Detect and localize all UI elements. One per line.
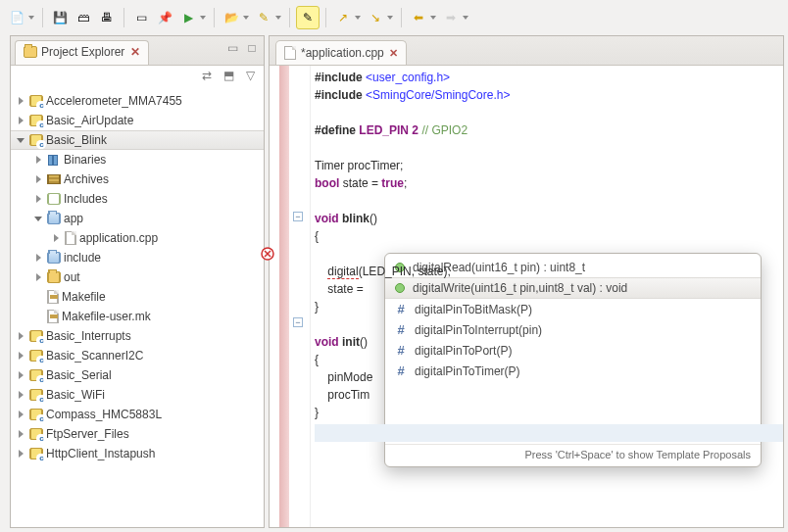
code-line[interactable]: state = — [315, 280, 783, 298]
code-line[interactable]: pinMode — [315, 368, 783, 386]
project-explorer-panel: Project Explorer ✕ ▭ □ ⇄ ⬒ ▽ Acceleromet… — [10, 35, 265, 528]
code-line[interactable]: Timer procTimer; — [315, 157, 783, 174]
separator — [214, 8, 215, 27]
minimize-icon[interactable]: ▭ — [224, 40, 240, 56]
tree-item-app[interactable]: app — [11, 209, 264, 228]
chevron-right-icon[interactable] — [32, 271, 44, 283]
file-icon — [65, 231, 76, 245]
code-line[interactable]: #include <SmingCore/SmingCore.h> — [315, 86, 783, 104]
chevron-down-icon[interactable] — [32, 213, 44, 224]
chevron-right-icon[interactable] — [15, 115, 26, 126]
maximize-icon[interactable]: □ — [244, 40, 260, 56]
next-annotation-button[interactable]: ↘ — [365, 6, 395, 29]
tree-item-accelerometer-mma7455[interactable]: Accelerometer_MMA7455 — [11, 91, 264, 111]
close-icon[interactable]: ✕ — [389, 47, 398, 60]
new-button[interactable]: 📄 — [6, 6, 36, 29]
build-button[interactable]: ▭ — [130, 6, 152, 29]
code-line[interactable]: bool state = true; — [315, 174, 783, 192]
chevron-right-icon[interactable] — [15, 409, 26, 420]
chevron-right-icon[interactable] — [32, 173, 44, 185]
chevron-right-icon[interactable] — [15, 95, 26, 107]
tree-item-basic-interrupts[interactable]: Basic_Interrupts — [11, 326, 264, 346]
inc-icon — [47, 193, 61, 205]
back-button[interactable]: ⬅ — [408, 6, 438, 29]
chevron-right-icon[interactable] — [50, 232, 62, 244]
chevron-right-icon[interactable] — [15, 389, 26, 401]
code-line[interactable]: { — [315, 351, 783, 368]
code-line[interactable] — [315, 139, 783, 157]
fold-toggle-icon[interactable]: − — [291, 212, 305, 225]
code-line[interactable]: #define LED_PIN 2 // GPIO2 — [315, 121, 783, 139]
code-line[interactable]: digital(LED_PIN, state); — [315, 263, 783, 280]
close-icon[interactable]: ✕ — [130, 45, 140, 59]
tree-item-basic-wifi[interactable]: Basic_WiFi — [11, 385, 264, 405]
code-line[interactable] — [315, 104, 783, 121]
tree-item-label: Makefile-user.mk — [62, 310, 151, 323]
bin-icon — [47, 154, 61, 166]
code-line[interactable]: } — [315, 298, 783, 315]
tree-item-makefile[interactable]: Makefile — [11, 287, 264, 307]
chevron-down-icon[interactable] — [15, 134, 26, 146]
tree-item-include[interactable]: include — [11, 248, 264, 267]
print-button[interactable]: 🖶 — [96, 6, 118, 29]
save-button[interactable]: 💾 — [49, 6, 71, 29]
project-tree[interactable]: ⇄ ⬒ ▽ Accelerometer_MMA7455Basic_AirUpda… — [11, 66, 264, 527]
editor-tab-application[interactable]: *application.cpp ✕ — [275, 40, 407, 65]
collapse-all-icon[interactable]: ⇄ — [199, 68, 215, 83]
separator — [289, 8, 290, 27]
tree-item-basic-serial[interactable]: Basic_Serial — [11, 365, 264, 385]
highlight-button[interactable]: ✎ — [296, 6, 320, 29]
tree-item-httpclient-instapush[interactable]: HttpClient_Instapush — [11, 444, 264, 463]
prev-annotation-button[interactable]: ↗ — [332, 6, 363, 29]
tree-item-basic-airupdate[interactable]: Basic_AirUpdate — [11, 111, 264, 130]
prj-icon — [29, 115, 43, 126]
tree-item-application-cpp[interactable]: application.cpp — [11, 228, 264, 248]
tree-item-label: Accelerometer_MMA7455 — [46, 94, 182, 108]
chevron-right-icon[interactable] — [15, 369, 26, 381]
chevron-right-icon[interactable] — [15, 428, 26, 440]
chevron-right-icon[interactable] — [15, 330, 26, 342]
run-button[interactable]: ▶ — [177, 6, 208, 29]
save-all-button[interactable]: 🗃 — [73, 6, 94, 29]
view-menu-icon[interactable]: ▽ — [242, 68, 258, 83]
code-line[interactable] — [315, 192, 783, 210]
code-line[interactable]: #include <user_config.h> — [315, 69, 783, 86]
tree-item-label: application.cpp — [79, 231, 158, 245]
code-line[interactable] — [315, 315, 783, 333]
separator — [401, 8, 402, 27]
chevron-right-icon — [32, 291, 44, 303]
fold-toggle-icon[interactable]: − — [291, 317, 305, 331]
tree-item-basic-scanneri2c[interactable]: Basic_ScannerI2C — [11, 346, 264, 365]
fold-gutter[interactable]: −− — [289, 66, 311, 527]
forward-button[interactable]: ➡ — [440, 6, 470, 29]
tree-item-includes[interactable]: Includes — [11, 189, 264, 209]
chevron-right-icon[interactable] — [32, 193, 44, 205]
code-line[interactable]: procTim — [315, 386, 783, 404]
link-editor-icon[interactable]: ⬒ — [221, 68, 236, 83]
tree-item-ftpserver-files[interactable]: FtpServer_Files — [11, 424, 264, 444]
fold-icon — [47, 271, 61, 283]
code-line[interactable]: void blink() — [315, 210, 783, 227]
prj-icon — [29, 369, 43, 381]
tree-item-binaries[interactable]: Binaries — [11, 150, 264, 169]
pin-button[interactable]: 📌 — [154, 6, 175, 29]
code-line[interactable]: void init() — [315, 333, 783, 351]
code-line[interactable]: } — [315, 404, 783, 421]
tree-item-makefile-user-mk[interactable]: Makefile-user.mk — [11, 307, 264, 326]
tree-item-compass-hmc5883l[interactable]: Compass_HMC5883L — [11, 405, 264, 424]
tree-item-label: FtpServer_Files — [46, 427, 129, 441]
cpp-file-icon — [284, 46, 296, 60]
code-line[interactable]: { — [315, 227, 783, 245]
tree-item-out[interactable]: out — [11, 267, 264, 287]
error-icon[interactable] — [260, 246, 275, 262]
chevron-right-icon[interactable] — [15, 350, 26, 362]
chevron-right-icon[interactable] — [32, 252, 44, 264]
tree-item-basic-blink[interactable]: Basic_Blink — [11, 130, 264, 150]
tree-item-archives[interactable]: Archives — [11, 169, 264, 189]
project-explorer-title: Project Explorer — [41, 45, 124, 59]
project-explorer-tab[interactable]: Project Explorer ✕ — [15, 40, 149, 65]
marker-button[interactable]: ✎ — [253, 6, 283, 29]
chevron-right-icon[interactable] — [15, 448, 26, 459]
chevron-right-icon[interactable] — [32, 154, 44, 166]
open-button[interactable]: 📂 — [221, 6, 251, 29]
